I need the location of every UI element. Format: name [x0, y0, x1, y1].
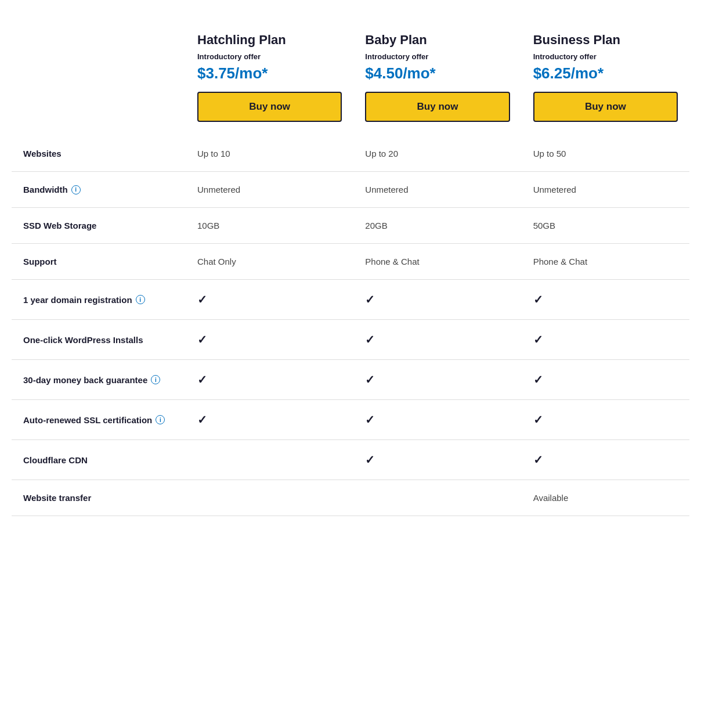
feature-value-7-plan-0: ✓ — [186, 400, 353, 440]
feature-value-5-plan-0: ✓ — [186, 320, 353, 360]
feature-value-3-plan-0: Chat Only — [186, 244, 353, 280]
feature-label-text-5: One-click WordPress Installs — [23, 335, 143, 345]
feature-value-7-plan-2: ✓ — [522, 400, 689, 440]
feature-value-9-plan-2: Available — [522, 480, 689, 516]
check-icon-8-2: ✓ — [533, 453, 543, 467]
feature-value-text-9-2: Available — [533, 493, 569, 503]
feature-value-0-plan-1: Up to 20 — [353, 136, 521, 172]
buy-button-business[interactable]: Buy now — [533, 92, 678, 122]
feature-label-text-8: Cloudflare CDN — [23, 455, 88, 465]
check-icon-5-2: ✓ — [533, 333, 543, 347]
feature-label-text-7: Auto-renewed SSL certification — [23, 415, 152, 425]
feature-value-text-2-0: 10GB — [197, 221, 219, 230]
feature-value-8-plan-2: ✓ — [522, 440, 689, 480]
info-icon-1[interactable]: i — [71, 185, 81, 194]
check-icon-4-1: ✓ — [365, 293, 375, 307]
feature-label-2: SSD Web Storage — [12, 208, 186, 244]
feature-value-4-plan-2: ✓ — [522, 280, 689, 320]
feature-label-0: Websites — [12, 136, 186, 172]
feature-value-4-plan-0: ✓ — [186, 280, 353, 320]
price-business: $6.25/mo* — [533, 64, 678, 82]
feature-value-4-plan-1: ✓ — [353, 280, 521, 320]
feature-label-text-2: SSD Web Storage — [23, 221, 96, 230]
feature-value-0-plan-2: Up to 50 — [522, 136, 689, 172]
price-baby: $4.50/mo* — [365, 64, 510, 82]
plan-header-baby: Baby Plan Introductory offer $4.50/mo* B… — [353, 23, 521, 136]
feature-value-6-plan-0: ✓ — [186, 360, 353, 400]
feature-value-9-plan-0 — [186, 480, 353, 516]
feature-label-9: Website transfer — [12, 480, 186, 516]
feature-value-1-plan-2: Unmetered — [522, 172, 689, 208]
feature-value-text-3-0: Chat Only — [197, 257, 236, 266]
feature-label-4: 1 year domain registrationi — [12, 280, 186, 320]
plan-header-hatchling: Hatchling Plan Introductory offer $3.75/… — [186, 23, 353, 136]
feature-value-8-plan-1: ✓ — [353, 440, 521, 480]
header-empty-cell — [12, 23, 186, 136]
buy-button-baby[interactable]: Buy now — [365, 92, 510, 122]
feature-label-text-3: Support — [23, 257, 57, 266]
check-icon-5-1: ✓ — [365, 333, 375, 347]
feature-label-text-4: 1 year domain registration — [23, 295, 132, 305]
feature-label-7: Auto-renewed SSL certificationi — [12, 400, 186, 440]
feature-value-5-plan-2: ✓ — [522, 320, 689, 360]
buy-button-hatchling[interactable]: Buy now — [197, 92, 342, 122]
feature-label-8: Cloudflare CDN — [12, 440, 186, 480]
feature-value-text-1-0: Unmetered — [197, 185, 240, 194]
feature-value-3-plan-2: Phone & Chat — [522, 244, 689, 280]
feature-value-8-plan-0 — [186, 440, 353, 480]
feature-value-text-0-0: Up to 10 — [197, 149, 230, 158]
feature-value-3-plan-1: Phone & Chat — [353, 244, 521, 280]
pricing-table: Hatchling Plan Introductory offer $3.75/… — [0, 0, 701, 539]
feature-value-6-plan-1: ✓ — [353, 360, 521, 400]
intro-label-hatchling: Introductory offer — [197, 52, 342, 61]
feature-label-6: 30-day money back guaranteei — [12, 360, 186, 400]
plan-header-business: Business Plan Introductory offer $6.25/m… — [522, 23, 689, 136]
intro-label-business: Introductory offer — [533, 52, 678, 61]
feature-value-text-2-1: 20GB — [365, 221, 387, 230]
feature-value-text-3-2: Phone & Chat — [533, 257, 587, 266]
check-icon-6-1: ✓ — [365, 373, 375, 387]
feature-value-1-plan-0: Unmetered — [186, 172, 353, 208]
info-icon-6[interactable]: i — [151, 375, 160, 384]
feature-label-1: Bandwidthi — [12, 172, 186, 208]
price-hatchling: $3.75/mo* — [197, 64, 342, 82]
plan-name-baby: Baby Plan — [365, 33, 510, 48]
feature-label-text-0: Websites — [23, 149, 62, 158]
feature-value-6-plan-2: ✓ — [522, 360, 689, 400]
feature-value-text-0-1: Up to 20 — [365, 149, 398, 158]
check-icon-7-2: ✓ — [533, 413, 543, 427]
check-icon-7-1: ✓ — [365, 413, 375, 427]
feature-label-text-6: 30-day money back guarantee — [23, 375, 147, 385]
check-icon-4-0: ✓ — [197, 293, 207, 307]
feature-value-1-plan-1: Unmetered — [353, 172, 521, 208]
plan-name-business: Business Plan — [533, 33, 678, 48]
feature-value-2-plan-1: 20GB — [353, 208, 521, 244]
feature-value-text-1-1: Unmetered — [365, 185, 408, 194]
info-icon-4[interactable]: i — [136, 295, 145, 304]
feature-value-2-plan-0: 10GB — [186, 208, 353, 244]
plan-name-hatchling: Hatchling Plan — [197, 33, 342, 48]
feature-value-0-plan-0: Up to 10 — [186, 136, 353, 172]
feature-label-5: One-click WordPress Installs — [12, 320, 186, 360]
feature-value-5-plan-1: ✓ — [353, 320, 521, 360]
feature-value-text-0-2: Up to 50 — [533, 149, 566, 158]
info-icon-7[interactable]: i — [156, 415, 165, 424]
feature-value-7-plan-1: ✓ — [353, 400, 521, 440]
table-grid: Hatchling Plan Introductory offer $3.75/… — [12, 23, 689, 516]
check-icon-7-0: ✓ — [197, 413, 207, 427]
check-icon-4-2: ✓ — [533, 293, 543, 307]
check-icon-6-2: ✓ — [533, 373, 543, 387]
intro-label-baby: Introductory offer — [365, 52, 510, 61]
feature-value-text-1-2: Unmetered — [533, 185, 576, 194]
feature-value-2-plan-2: 50GB — [522, 208, 689, 244]
check-icon-8-1: ✓ — [365, 453, 375, 467]
feature-value-text-3-1: Phone & Chat — [365, 257, 419, 266]
feature-label-text-9: Website transfer — [23, 493, 91, 503]
check-icon-5-0: ✓ — [197, 333, 207, 347]
feature-label-text-1: Bandwidth — [23, 185, 68, 194]
feature-value-9-plan-1 — [353, 480, 521, 516]
check-icon-6-0: ✓ — [197, 373, 207, 387]
feature-label-3: Support — [12, 244, 186, 280]
feature-value-text-2-2: 50GB — [533, 221, 555, 230]
